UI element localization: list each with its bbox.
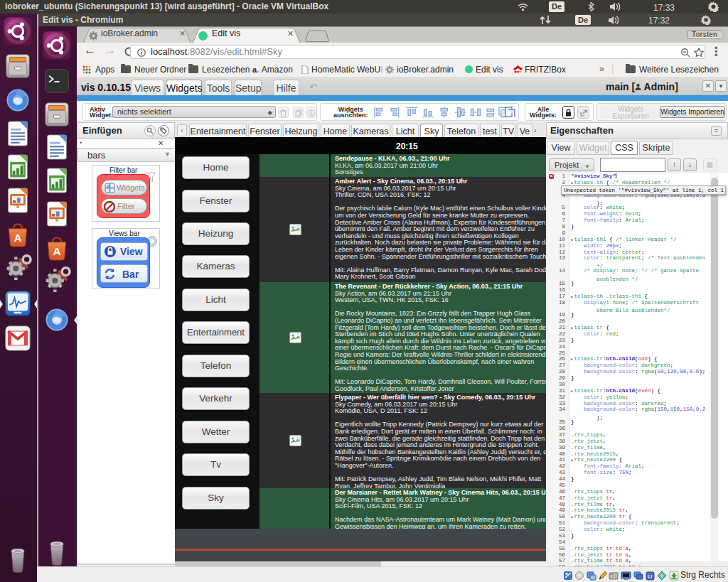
svg-text:U: U — [648, 573, 653, 580]
